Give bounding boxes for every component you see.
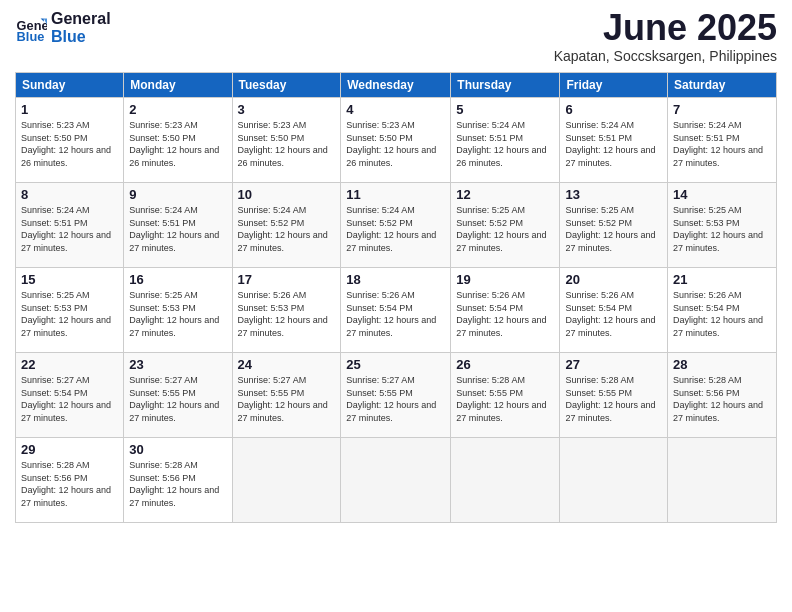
month-title: June 2025 [554, 10, 777, 46]
calendar-cell: 1Sunrise: 5:23 AMSunset: 5:50 PMDaylight… [16, 98, 124, 183]
logo-text-line2: Blue [51, 28, 111, 46]
calendar-cell: 9Sunrise: 5:24 AMSunset: 5:51 PMDaylight… [124, 183, 232, 268]
calendar-cell: 28Sunrise: 5:28 AMSunset: 5:56 PMDayligh… [668, 353, 777, 438]
day-info: Sunrise: 5:28 AMSunset: 5:56 PMDaylight:… [21, 459, 118, 509]
calendar-cell: 19Sunrise: 5:26 AMSunset: 5:54 PMDayligh… [451, 268, 560, 353]
col-thursday: Thursday [451, 73, 560, 98]
day-number: 5 [456, 102, 554, 117]
calendar-cell: 8Sunrise: 5:24 AMSunset: 5:51 PMDaylight… [16, 183, 124, 268]
day-number: 24 [238, 357, 336, 372]
calendar-cell: 29Sunrise: 5:28 AMSunset: 5:56 PMDayligh… [16, 438, 124, 523]
calendar-container: General Blue General Blue June 2025 Kapa… [0, 0, 792, 533]
day-number: 13 [565, 187, 662, 202]
col-monday: Monday [124, 73, 232, 98]
title-area: June 2025 Kapatan, Soccsksargen, Philipp… [554, 10, 777, 64]
calendar-cell: 11Sunrise: 5:24 AMSunset: 5:52 PMDayligh… [341, 183, 451, 268]
day-number: 18 [346, 272, 445, 287]
day-info: Sunrise: 5:24 AMSunset: 5:51 PMDaylight:… [456, 119, 554, 169]
calendar-cell: 27Sunrise: 5:28 AMSunset: 5:55 PMDayligh… [560, 353, 668, 438]
day-number: 17 [238, 272, 336, 287]
day-info: Sunrise: 5:24 AMSunset: 5:52 PMDaylight:… [346, 204, 445, 254]
day-info: Sunrise: 5:25 AMSunset: 5:52 PMDaylight:… [565, 204, 662, 254]
col-sunday: Sunday [16, 73, 124, 98]
calendar-cell [560, 438, 668, 523]
logo-text-line1: General [51, 10, 111, 28]
day-number: 19 [456, 272, 554, 287]
day-number: 27 [565, 357, 662, 372]
col-wednesday: Wednesday [341, 73, 451, 98]
day-info: Sunrise: 5:24 AMSunset: 5:51 PMDaylight:… [129, 204, 226, 254]
day-number: 7 [673, 102, 771, 117]
logo: General Blue General Blue [15, 10, 111, 45]
location-subtitle: Kapatan, Soccsksargen, Philippines [554, 48, 777, 64]
day-number: 25 [346, 357, 445, 372]
calendar-row: 22Sunrise: 5:27 AMSunset: 5:54 PMDayligh… [16, 353, 777, 438]
day-number: 26 [456, 357, 554, 372]
day-info: Sunrise: 5:27 AMSunset: 5:55 PMDaylight:… [129, 374, 226, 424]
day-info: Sunrise: 5:26 AMSunset: 5:54 PMDaylight:… [346, 289, 445, 339]
calendar-cell: 13Sunrise: 5:25 AMSunset: 5:52 PMDayligh… [560, 183, 668, 268]
calendar-cell: 21Sunrise: 5:26 AMSunset: 5:54 PMDayligh… [668, 268, 777, 353]
day-info: Sunrise: 5:27 AMSunset: 5:55 PMDaylight:… [346, 374, 445, 424]
logo-icon: General Blue [15, 12, 47, 44]
day-number: 23 [129, 357, 226, 372]
day-info: Sunrise: 5:26 AMSunset: 5:54 PMDaylight:… [456, 289, 554, 339]
calendar-header-row: Sunday Monday Tuesday Wednesday Thursday… [16, 73, 777, 98]
calendar-cell: 5Sunrise: 5:24 AMSunset: 5:51 PMDaylight… [451, 98, 560, 183]
calendar-cell: 16Sunrise: 5:25 AMSunset: 5:53 PMDayligh… [124, 268, 232, 353]
calendar-cell: 6Sunrise: 5:24 AMSunset: 5:51 PMDaylight… [560, 98, 668, 183]
day-info: Sunrise: 5:26 AMSunset: 5:54 PMDaylight:… [673, 289, 771, 339]
calendar-cell: 2Sunrise: 5:23 AMSunset: 5:50 PMDaylight… [124, 98, 232, 183]
day-info: Sunrise: 5:27 AMSunset: 5:54 PMDaylight:… [21, 374, 118, 424]
calendar-row: 1Sunrise: 5:23 AMSunset: 5:50 PMDaylight… [16, 98, 777, 183]
day-number: 28 [673, 357, 771, 372]
calendar-cell: 25Sunrise: 5:27 AMSunset: 5:55 PMDayligh… [341, 353, 451, 438]
calendar-cell [668, 438, 777, 523]
day-number: 29 [21, 442, 118, 457]
day-number: 30 [129, 442, 226, 457]
calendar-cell: 22Sunrise: 5:27 AMSunset: 5:54 PMDayligh… [16, 353, 124, 438]
day-number: 16 [129, 272, 226, 287]
calendar-cell: 7Sunrise: 5:24 AMSunset: 5:51 PMDaylight… [668, 98, 777, 183]
day-number: 20 [565, 272, 662, 287]
calendar-cell: 14Sunrise: 5:25 AMSunset: 5:53 PMDayligh… [668, 183, 777, 268]
calendar-cell: 15Sunrise: 5:25 AMSunset: 5:53 PMDayligh… [16, 268, 124, 353]
day-number: 9 [129, 187, 226, 202]
day-info: Sunrise: 5:24 AMSunset: 5:51 PMDaylight:… [565, 119, 662, 169]
calendar-cell: 3Sunrise: 5:23 AMSunset: 5:50 PMDaylight… [232, 98, 341, 183]
calendar-cell: 23Sunrise: 5:27 AMSunset: 5:55 PMDayligh… [124, 353, 232, 438]
day-info: Sunrise: 5:24 AMSunset: 5:52 PMDaylight:… [238, 204, 336, 254]
day-info: Sunrise: 5:23 AMSunset: 5:50 PMDaylight:… [238, 119, 336, 169]
calendar-cell: 20Sunrise: 5:26 AMSunset: 5:54 PMDayligh… [560, 268, 668, 353]
col-saturday: Saturday [668, 73, 777, 98]
day-number: 3 [238, 102, 336, 117]
day-number: 14 [673, 187, 771, 202]
day-info: Sunrise: 5:28 AMSunset: 5:56 PMDaylight:… [129, 459, 226, 509]
day-info: Sunrise: 5:26 AMSunset: 5:53 PMDaylight:… [238, 289, 336, 339]
day-number: 10 [238, 187, 336, 202]
day-info: Sunrise: 5:24 AMSunset: 5:51 PMDaylight:… [673, 119, 771, 169]
calendar-cell: 18Sunrise: 5:26 AMSunset: 5:54 PMDayligh… [341, 268, 451, 353]
day-number: 22 [21, 357, 118, 372]
calendar-row: 15Sunrise: 5:25 AMSunset: 5:53 PMDayligh… [16, 268, 777, 353]
svg-text:Blue: Blue [17, 28, 45, 43]
calendar-cell: 12Sunrise: 5:25 AMSunset: 5:52 PMDayligh… [451, 183, 560, 268]
col-friday: Friday [560, 73, 668, 98]
day-info: Sunrise: 5:28 AMSunset: 5:55 PMDaylight:… [565, 374, 662, 424]
calendar-cell: 4Sunrise: 5:23 AMSunset: 5:50 PMDaylight… [341, 98, 451, 183]
day-info: Sunrise: 5:23 AMSunset: 5:50 PMDaylight:… [346, 119, 445, 169]
day-number: 6 [565, 102, 662, 117]
day-info: Sunrise: 5:28 AMSunset: 5:56 PMDaylight:… [673, 374, 771, 424]
day-info: Sunrise: 5:27 AMSunset: 5:55 PMDaylight:… [238, 374, 336, 424]
day-info: Sunrise: 5:28 AMSunset: 5:55 PMDaylight:… [456, 374, 554, 424]
calendar-cell: 26Sunrise: 5:28 AMSunset: 5:55 PMDayligh… [451, 353, 560, 438]
calendar-cell: 30Sunrise: 5:28 AMSunset: 5:56 PMDayligh… [124, 438, 232, 523]
day-info: Sunrise: 5:25 AMSunset: 5:53 PMDaylight:… [673, 204, 771, 254]
calendar-cell: 24Sunrise: 5:27 AMSunset: 5:55 PMDayligh… [232, 353, 341, 438]
day-info: Sunrise: 5:25 AMSunset: 5:53 PMDaylight:… [129, 289, 226, 339]
day-number: 11 [346, 187, 445, 202]
day-number: 4 [346, 102, 445, 117]
calendar-cell [341, 438, 451, 523]
day-info: Sunrise: 5:23 AMSunset: 5:50 PMDaylight:… [129, 119, 226, 169]
calendar-cell [232, 438, 341, 523]
